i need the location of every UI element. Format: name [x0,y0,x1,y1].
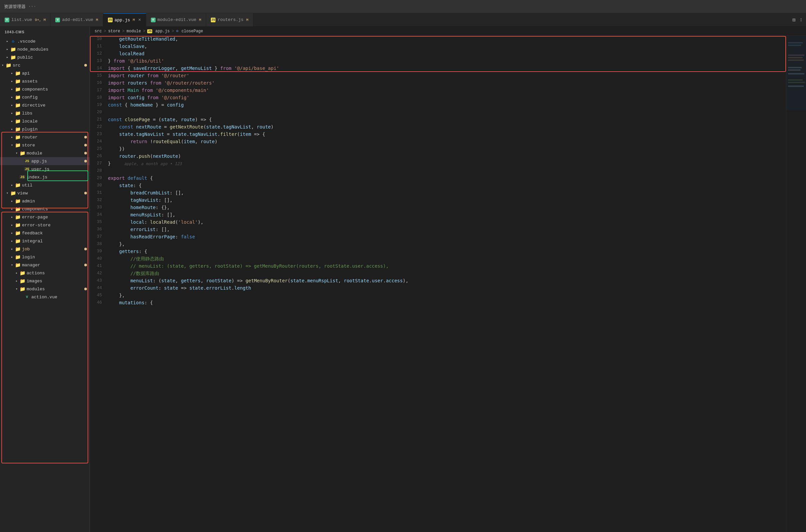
sidebar-item-components2[interactable]: 📁 components [0,205,90,213]
svg-rect-12 [786,36,806,111]
line-content-26[interactable]: router.push(nextRoute) [108,153,786,159]
line-content-44[interactable]: errorCount: state => state.errorList.len… [108,285,786,291]
line-content-31[interactable]: breadCrumbList: [], [108,190,786,195]
breadcrumb-part-0[interactable]: src [95,29,102,34]
line-content-32[interactable]: tagNavList: [], [108,197,786,203]
line-content-13[interactable]: } from '@/libs/util' [108,58,786,63]
sidebar-item-manager[interactable]: 📁 manager [0,261,90,269]
line-content-25[interactable]: }) [108,146,786,151]
code-line-26: 26 router.push(nextRoute) [90,153,786,160]
sidebar-item-store[interactable]: 📁 store [0,141,90,149]
line-content-30[interactable]: state: { [108,183,786,188]
sidebar-item-user-js-file[interactable]: JS user.js [0,165,90,173]
sidebar-item-admin[interactable]: 📁 admin [0,197,90,205]
modified-dot [84,192,87,194]
more-options-icon[interactable]: ↕ [799,17,803,23]
sidebar-item-modules[interactable]: 📁 modules [0,285,90,293]
tab-app-js[interactable]: JSapp.js M× [103,13,146,26]
sidebar-item-app-js-file[interactable]: JS app.js [0,157,90,165]
sidebar-item-login[interactable]: 📁 login [0,253,90,261]
tab-module-edit-vue[interactable]: Vmodule-edit.vue M [146,13,206,26]
line-content-42[interactable]: //数据库路由 [108,270,786,277]
sidebar-item-directive[interactable]: 📁 directive [0,101,90,109]
code-line-10: 10 getRouteTitleHandled, [90,36,786,43]
tab-add-edit-vue[interactable]: Vadd-edit.vue M [51,13,103,26]
sidebar-item-error-page[interactable]: 📁 error-page [0,213,90,221]
sidebar-item-action-vue[interactable]: V action.vue [0,293,90,301]
tab-close-app-js[interactable]: × [138,17,141,23]
line-content-16[interactable]: import routers from '@/router/routers' [108,80,786,86]
sidebar-item-router[interactable]: 📁 router [0,133,90,141]
line-content-12[interactable]: localRead [108,51,786,56]
breadcrumb-closepage[interactable]: closePage [182,29,203,34]
line-content-45[interactable]: }, [108,292,786,298]
line-content-10[interactable]: getRouteTitleHandled, [108,36,786,42]
sidebar-item-actions[interactable]: 📁 actions [0,269,90,277]
code-editor[interactable]: 10 getRouteTitleHandled,11 localSave,12 … [90,36,786,532]
line-content-20[interactable] [108,109,786,115]
sidebar-item-libs[interactable]: 📁 libs [0,109,90,117]
line-content-37[interactable]: hasReadErrorPage: false [108,234,786,240]
line-content-14[interactable]: import { saveErrorLogger, getMenuList } … [108,65,786,71]
line-content-27[interactable]: }apple, a month ago • 123 [108,160,786,166]
sidebar-item-module[interactable]: 📁 module [0,149,90,157]
breadcrumb-part-2[interactable]: store [108,29,120,34]
tree-arrow-vscode [5,39,10,44]
line-number-31: 31 [90,190,108,195]
folder-special-icon: 📁 [5,62,11,68]
line-content-18[interactable]: import config from '@/config' [108,95,786,100]
sidebar-item-error-store[interactable]: 📁 error-store [0,221,90,229]
line-content-35[interactable]: local: localRead('local'), [108,219,786,225]
line-content-33[interactable]: homeRoute: {}, [108,204,786,210]
line-content-46[interactable]: mutations: { [108,300,786,305]
sidebar-item-util[interactable]: 📁 util [0,181,90,189]
line-content-28[interactable] [108,168,786,173]
folder-icon: 📁 [15,110,21,116]
folder-icon: 📁 [15,214,21,220]
code-line-32: 32 tagNavList: [], [90,197,786,204]
line-content-38[interactable]: }, [108,241,786,247]
sidebar-item-api[interactable]: 📁 api [0,69,90,77]
sidebar-item-public[interactable]: 📁 public [0,53,90,61]
line-content-34[interactable]: menuRspList: [], [108,212,786,217]
sidebar-item-index-js-file[interactable]: JS index.js [0,173,90,181]
sidebar-item-components[interactable]: 📁 components [0,85,90,93]
line-content-19[interactable]: const { homeName } = config [108,102,786,108]
line-content-29[interactable]: export default { [108,175,786,181]
tab-list-vue[interactable]: Vlist.vue 9+, M [0,13,51,26]
sidebar-item-plugin[interactable]: 📁 plugin [0,125,90,133]
sidebar-item-feedback[interactable]: 📁 feedback [0,229,90,237]
sidebar-item-job[interactable]: 📁 job [0,245,90,253]
line-content-43[interactable]: menuList: (state, getters, rootState) =>… [108,278,786,283]
line-content-22[interactable]: const nextRoute = getNextRoute(state.tag… [108,124,786,130]
sidebar-item-locale[interactable]: 📁 locale [0,117,90,125]
line-content-21[interactable]: const closePage = (state, route) => { [108,116,786,122]
line-content-40[interactable]: //使用静态路由 [108,256,786,262]
breadcrumb-appjs[interactable]: app.js [155,29,170,34]
sidebar-item-view[interactable]: 📁 view [0,189,90,197]
folder-icon: 📁 [10,54,16,60]
line-content-11[interactable]: localSave, [108,43,786,49]
line-content-36[interactable]: errorList: [], [108,226,786,232]
tree-label-job: job [22,247,30,252]
line-content-39[interactable]: getters: { [108,248,786,254]
tab-routers-js[interactable]: JSrouters.js M [206,13,254,26]
sidebar-item-src[interactable]: 📁 src [0,61,90,69]
tree-label-plugin: plugin [22,127,38,132]
line-content-17[interactable]: import Main from '@/components/main' [108,87,786,93]
line-content-24[interactable]: return !routeEqual(item, route) [108,138,786,144]
sidebar-item-vscode[interactable]: ⚙ .vscode [0,37,90,45]
sidebar-item-config[interactable]: 📁 config [0,93,90,101]
split-editor-icon[interactable]: ⊞ [792,17,796,23]
sidebar-item-node_modules[interactable]: 📁 node_modules [0,45,90,53]
sidebar-item-assets[interactable]: 📁 assets [0,77,90,85]
vscode-icon: ⚙ [10,38,16,44]
modified-dot [84,248,87,250]
sidebar-item-images[interactable]: 📁 images [0,277,90,285]
line-content-23[interactable]: state.tagNavList = state.tagNavList.filt… [108,131,786,137]
sidebar-item-integral[interactable]: 📁 integral [0,237,90,245]
line-content-41[interactable]: // menuList: (state, getters, rootState)… [108,263,786,269]
modified-dot [84,264,87,266]
line-content-15[interactable]: import router from '@/router' [108,73,786,78]
breadcrumb-part-4[interactable]: module [127,29,141,34]
